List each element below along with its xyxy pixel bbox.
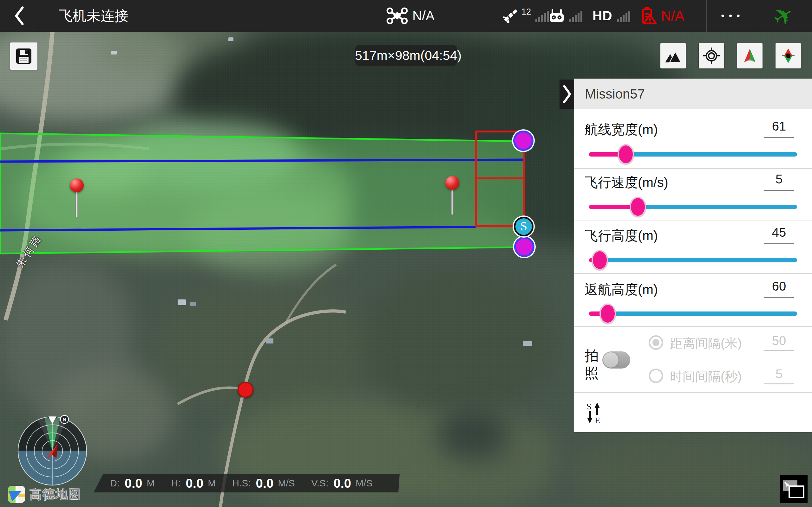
slider-thumb[interactable] (618, 144, 634, 164)
flight-speed-label: 飞行速度(m/s) (585, 174, 668, 191)
divider (574, 168, 812, 169)
map-pin[interactable] (70, 178, 84, 219)
svg-text:S: S (587, 402, 592, 411)
map-attribution: 高德地图 (8, 486, 82, 503)
flight-altitude-label: 飞行高度(m) (585, 228, 658, 244)
amap-logo-icon (8, 486, 25, 503)
height-label: H: (171, 478, 181, 489)
divider (574, 273, 812, 274)
map-minimize-button[interactable] (780, 475, 808, 503)
battery-warning-icon (638, 7, 657, 25)
slider-thumb[interactable] (600, 303, 616, 324)
chevron-right-icon (561, 80, 572, 108)
rc-signal-bars-icon (569, 9, 583, 22)
panel-collapse-button[interactable] (560, 79, 574, 109)
locate-button[interactable] (699, 43, 724, 68)
distance-interval-label: 距离间隔(米) (670, 336, 742, 350)
vspeed-value: 0.0 (334, 476, 351, 491)
divider (574, 221, 812, 221)
photo-toggle[interactable] (602, 351, 630, 369)
flight-altitude-input[interactable]: 45 (764, 225, 794, 244)
route-width-label: 航线宽度(m) (585, 121, 658, 138)
hd-label: HD (593, 8, 612, 23)
drone-status-value: N/A (412, 8, 435, 23)
slider-track[interactable] (589, 312, 797, 316)
gps-signal-bars-icon (536, 9, 549, 22)
return-altitude-slider[interactable] (589, 304, 797, 323)
height-value: 0.0 (186, 476, 204, 491)
vspeed-label: V.S: (311, 478, 328, 489)
map-layers-button[interactable] (660, 43, 686, 68)
compass-button[interactable] (775, 43, 801, 68)
pin-stick (75, 190, 78, 217)
map-attribution-text: 高德地图 (30, 487, 82, 503)
pin-head (70, 178, 84, 192)
red-dot-marker[interactable] (238, 382, 253, 398)
compass-needle-icon (780, 48, 797, 64)
gps-satellite-count: 12 (521, 7, 531, 17)
drone-icon (386, 7, 408, 24)
start-marker[interactable]: S (514, 217, 534, 236)
pin-head (445, 176, 459, 190)
swap-start-end-icon: S E (586, 402, 603, 424)
flight-speed-slider[interactable] (589, 198, 797, 216)
route-width-input[interactable]: 61 (764, 119, 794, 138)
battery-indicator[interactable]: N/A (638, 0, 684, 32)
start-marker-label: S (520, 219, 527, 233)
time-interval-label: 时间间隔(秒) (670, 369, 742, 384)
top-bar: 飞机未连接 N/A (0, 0, 812, 32)
vspeed-unit: M/S (356, 478, 372, 489)
hspeed-label: H.S: (232, 478, 251, 489)
north-label: N (62, 417, 66, 423)
map-pin[interactable] (445, 176, 459, 216)
slider-thumb[interactable] (592, 250, 608, 270)
satellite-icon (502, 7, 519, 25)
chevron-left-icon (12, 3, 26, 29)
pin-stick (451, 187, 454, 215)
more-menu-button[interactable]: ••• (706, 0, 754, 32)
takeoff-button[interactable]: ✈ (754, 0, 812, 32)
svg-text:E: E (595, 415, 600, 424)
battery-status-value: N/A (661, 8, 684, 24)
hspeed-unit: M/S (278, 478, 295, 489)
remote-controller-indicator[interactable] (549, 0, 583, 32)
hd-signal-bars-icon (617, 9, 631, 22)
divider (574, 392, 812, 393)
slider-track[interactable] (589, 258, 797, 262)
app-screen: S 朱何路 517m×98m(04:54) 飞机未连接 (0, 0, 812, 507)
distance-interval-input: 50 (764, 334, 794, 351)
hd-video-indicator[interactable]: HD (593, 0, 631, 32)
height-unit: M (208, 478, 216, 489)
flight-altitude-slider[interactable] (589, 250, 797, 270)
flight-speed-input[interactable]: 5 (764, 172, 794, 191)
photo-label: 拍 照 (585, 347, 600, 382)
telemetry-bar: D: 0.0 M H: 0.0 M H.S: 0.0 M/S V.S: 0.0 … (94, 474, 400, 493)
return-altitude-label: 返航高度(m) (585, 281, 658, 298)
waypoint-marker[interactable] (514, 237, 535, 257)
drone-status-indicator: N/A (386, 0, 435, 32)
distance-unit: M (147, 478, 155, 489)
amap-paper-plane-icon (9, 487, 23, 502)
divider (574, 326, 812, 327)
route-width-slider[interactable] (589, 145, 797, 164)
mission-title: Mission57 (574, 78, 812, 109)
slider-thumb[interactable] (629, 197, 646, 217)
gps-indicator[interactable]: 12 (502, 0, 549, 32)
back-button[interactable] (0, 0, 39, 32)
return-altitude-input[interactable]: 60 (764, 279, 794, 298)
navigation-arrow-icon (742, 48, 758, 64)
connection-status-title: 飞机未连接 (59, 0, 129, 32)
toggle-knob (603, 352, 618, 368)
distance-label: D: (110, 478, 119, 489)
heading-mode-button[interactable] (737, 43, 763, 68)
distance-interval-radio[interactable] (649, 335, 663, 350)
time-interval-radio[interactable] (649, 369, 663, 383)
save-mission-button[interactable] (10, 43, 38, 70)
picture-in-picture-icon (782, 479, 805, 499)
swap-start-end-button[interactable]: S E (586, 402, 603, 425)
distance-value: 0.0 (125, 476, 142, 491)
mountains-icon (664, 49, 681, 63)
airplane-takeoff-icon: ✈ (767, 0, 799, 33)
waypoint-marker[interactable] (513, 130, 534, 151)
time-interval-input: 5 (764, 367, 794, 384)
